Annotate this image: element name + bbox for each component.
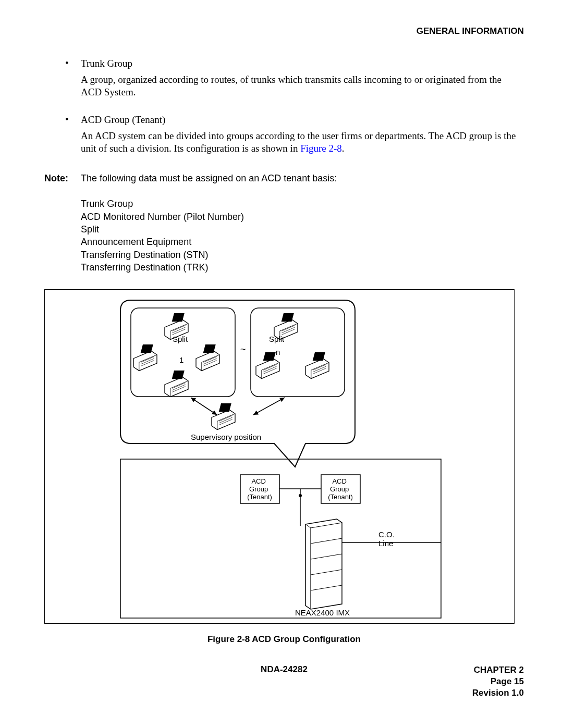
desc-text: An ACD system can be divided into groups… [81, 130, 516, 154]
co-line-label: C.O. Line [378, 530, 397, 548]
figure-diagram: Split 1 Split n ~ [44, 289, 515, 624]
svg-point-41 [299, 494, 302, 497]
neax-label: NEAX2400 IMX [295, 608, 350, 617]
footer-page: Page 15 [472, 676, 524, 687]
bullet-label: Trunk Group [81, 57, 524, 70]
note-item: Announcement Equipment [81, 236, 524, 248]
note-item: Trunk Group [81, 198, 524, 210]
bullet-desc: A group, organized according to routes, … [81, 73, 524, 99]
note-intro: The following data must be assigned on a… [81, 172, 337, 184]
split-num-n: n [276, 348, 280, 356]
figure-link[interactable]: Figure 2-8 [300, 143, 342, 154]
cabinet-icon [305, 519, 342, 609]
note-item: Split [81, 223, 524, 236]
split-num: 1 [179, 355, 183, 364]
note-label: Note: [44, 172, 81, 184]
note-item: Transferring Destination (TRK) [81, 261, 524, 274]
note-block: Note: The following data must be assigne… [44, 172, 524, 184]
bullet-desc: An ACD system can be divided into groups… [81, 130, 524, 155]
bullet-label: ACD Group (Tenant) [81, 114, 524, 127]
bullet-dot-icon: • [65, 114, 81, 166]
note-item: ACD Monitored Number (Pilot Number) [81, 211, 524, 223]
figure-caption: Figure 2-8 ACD Group Configuration [44, 634, 524, 645]
desc-text-post: . [342, 143, 345, 154]
tilde-icon: ~ [240, 344, 246, 354]
footer-doc-id: NDA-24282 [44, 664, 524, 675]
note-list: Trunk Group ACD Monitored Number (Pilot … [81, 198, 524, 274]
bullet-trunk-group: • Trunk Group A group, organized accordi… [65, 57, 524, 109]
section-header: GENERAL INFORMATION [44, 26, 524, 36]
acd-group-label: ACD Group (Tenant) [247, 477, 272, 501]
acd-group-label-2: ACD Group (Tenant) [328, 477, 353, 501]
bullet-dot-icon: • [65, 57, 81, 109]
split-label-n: Split [269, 335, 285, 343]
split-label: Split [173, 335, 188, 343]
footer-chapter: CHAPTER 2 [472, 664, 524, 676]
supervisory-label: Supervisory position [191, 433, 261, 441]
note-item: Transferring Destination (STN) [81, 249, 524, 261]
bullet-acd-group: • ACD Group (Tenant) An ACD system can b… [65, 114, 524, 166]
footer-revision: Revision 1.0 [472, 687, 524, 699]
